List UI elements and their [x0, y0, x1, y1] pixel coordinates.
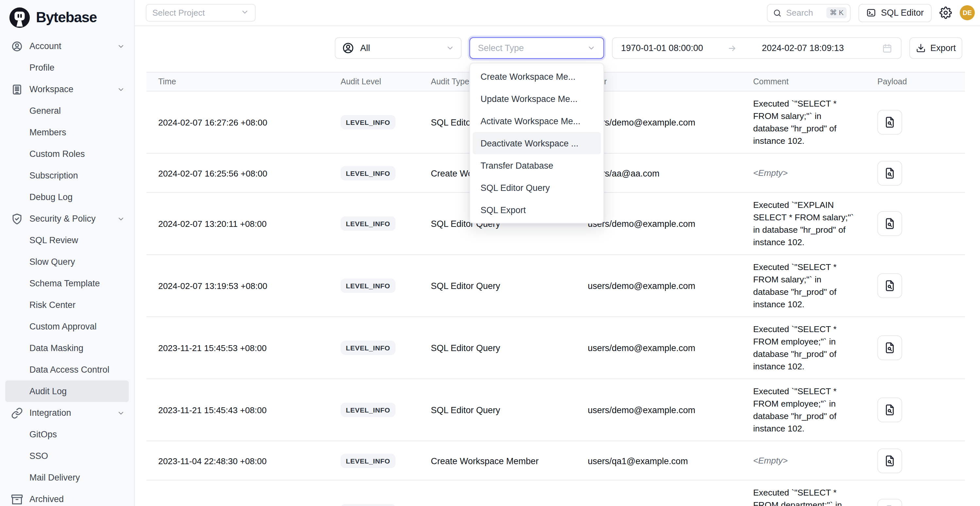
brand-name: Bytebase [36, 9, 97, 26]
sidebar-item-label: Profile [29, 63, 54, 73]
shield-check-icon [11, 213, 23, 224]
dropdown-option-deactivate-workspace[interactable]: Deactivate Workspace ... [473, 132, 601, 154]
user-circle-icon [11, 40, 23, 52]
sidebar-item-custom-roles[interactable]: Custom Roles [5, 143, 129, 165]
chevron-down-icon [446, 44, 454, 52]
sidebar-item-debug-log[interactable]: Debug Log [5, 186, 129, 208]
search-input[interactable]: Search ⌘ K [767, 3, 851, 22]
audit-comment: Executed `"EXPLAIN SELECT * FROM salary;… [753, 193, 859, 254]
dropdown-option-sql-editor-query[interactable]: SQL Editor Query [473, 177, 601, 199]
project-select[interactable]: Select Project [146, 4, 256, 22]
download-icon [916, 43, 926, 53]
dropdown-option-sql-export[interactable]: SQL Export [473, 199, 601, 221]
audit-level-badge: LEVEL_INFO [340, 278, 396, 293]
payload-view-button[interactable] [877, 273, 902, 298]
column-header-payload: Payload [877, 77, 965, 86]
payload-view-button[interactable] [877, 448, 902, 473]
sql-editor-button[interactable]: SQL Editor [859, 3, 932, 22]
archive-icon [11, 493, 23, 505]
sidebar-item-general[interactable]: General [5, 100, 129, 122]
topbar-right: Search ⌘ K SQL Editor DE [767, 3, 975, 22]
payload-view-button[interactable] [877, 110, 902, 135]
sidebar-item-audit-log[interactable]: Audit Log [5, 380, 129, 402]
calendar-icon [882, 43, 892, 53]
avatar[interactable]: DE [960, 5, 975, 20]
search-placeholder: Search [786, 8, 822, 18]
sidebar-item-schema-template[interactable]: Schema Template [5, 273, 129, 294]
sidebar-item-security-policy[interactable]: Security & Policy [5, 208, 129, 229]
sidebar-item-custom-approval[interactable]: Custom Approval [5, 316, 129, 337]
actor-filter-value: All [360, 43, 370, 53]
sidebar-item-gitops[interactable]: GitOps [5, 423, 129, 445]
payload-view-button[interactable] [877, 211, 902, 236]
audit-comment: Executed `"SELECT * FROM employee;"` in … [753, 317, 859, 379]
dropdown-option-create-workspace-me[interactable]: Create Workspace Me... [473, 65, 601, 88]
sidebar-item-label: Custom Roles [29, 149, 85, 159]
audit-level-badge: LEVEL_INFO [340, 341, 396, 355]
actor-filter-select[interactable]: All [335, 37, 461, 59]
sidebar-item-workspace[interactable]: Workspace [5, 78, 129, 100]
payload-view-button[interactable] [877, 398, 902, 422]
arrow-right-icon [728, 43, 737, 53]
sidebar-item-label: Integration [29, 408, 71, 418]
file-search-icon [884, 167, 896, 179]
sidebar-item-label: Members [29, 127, 66, 137]
payload-view-button[interactable] [877, 161, 902, 185]
payload-view-button[interactable] [877, 499, 902, 506]
sidebar-item-label: Workspace [29, 84, 73, 94]
export-label: Export [930, 43, 956, 53]
sidebar-item-label: SSO [29, 451, 48, 461]
gear-icon[interactable] [939, 6, 952, 19]
chevron-down-icon [587, 44, 596, 52]
table-row: 2023-11-04 22:48:30 +08:00LEVEL_INFOCrea… [146, 441, 965, 481]
audit-actor: users/qa1@example.com [588, 456, 688, 466]
export-button[interactable]: Export [909, 37, 963, 59]
bytebase-logo[interactable]: Bytebase [0, 0, 134, 30]
sidebar-item-label: Data Masking [29, 343, 83, 353]
column-header-time: Time [146, 77, 340, 86]
audit-level-badge: LEVEL_INFO [340, 216, 396, 231]
dropdown-option-activate-workspace-me[interactable]: Activate Workspace Me... [473, 110, 601, 132]
payload-view-button[interactable] [877, 336, 902, 360]
sidebar-item-profile[interactable]: Profile [5, 57, 129, 78]
chevron-down-icon [117, 409, 125, 417]
sidebar-item-slow-query[interactable]: Slow Query [5, 251, 129, 273]
sidebar-item-label: Custom Approval [29, 321, 97, 331]
sidebar-item-risk-center[interactable]: Risk Center [5, 294, 129, 316]
building-icon [11, 83, 23, 95]
project-select-placeholder: Select Project [152, 8, 240, 18]
sidebar-item-members[interactable]: Members [5, 122, 129, 143]
link-icon [11, 407, 23, 419]
sidebar-item-mail-delivery[interactable]: Mail Delivery [5, 467, 129, 488]
file-search-icon [884, 455, 896, 466]
sidebar-item-data-masking[interactable]: Data Masking [5, 337, 129, 359]
sidebar-item-label: Mail Delivery [29, 473, 80, 482]
table-row: 2023-11-21 15:45:43 +08:00LEVEL_INFOSQL … [146, 379, 965, 441]
sidebar-item-integration[interactable]: Integration [5, 402, 129, 423]
column-header-comment: Comment [753, 77, 877, 86]
audit-level-badge: LEVEL_INFO [340, 403, 396, 417]
audit-level-badge: LEVEL_INFO [340, 504, 396, 506]
type-filter-select[interactable]: Select Type [469, 37, 604, 59]
file-search-icon [884, 218, 896, 229]
sidebar-item-account[interactable]: Account [5, 35, 129, 57]
file-search-icon [884, 342, 896, 354]
sidebar-item-label: Audit Log [29, 387, 67, 396]
type-dropdown-menu: Create Workspace Me...Update Workspace M… [469, 63, 604, 224]
sidebar-item-data-access-control[interactable]: Data Access Control [5, 359, 129, 380]
dropdown-option-update-workspace-me[interactable]: Update Workspace Me... [473, 88, 601, 110]
sidebar-item-label: Debug Log [29, 192, 73, 202]
sidebar-item-subscription[interactable]: Subscription [5, 165, 129, 186]
dropdown-option-transfer-database[interactable]: Transfer Database [473, 154, 601, 177]
sidebar-item-sql-review[interactable]: SQL Review [5, 229, 129, 251]
audit-comment: Executed `"SELECT * FROM salary;"` in da… [753, 92, 859, 153]
sidebar-item-sso[interactable]: SSO [5, 445, 129, 467]
sidebar-item-archived[interactable]: Archived [5, 488, 129, 506]
table-row: 2023-11-21 15:45:53 +08:00LEVEL_INFOSQL … [146, 317, 965, 379]
date-range-picker[interactable]: 1970-01-01 08:00:00 2024-02-07 18:09:13 [612, 37, 902, 59]
audit-time: 2024-02-07 16:27:26 +08:00 [158, 118, 267, 127]
file-search-icon [884, 280, 896, 291]
column-header-actor: Actor [588, 77, 753, 86]
table-row: 2024-02-07 13:19:53 +08:00LEVEL_INFOSQL … [146, 255, 965, 317]
audit-actor: users/demo@example.com [588, 343, 695, 353]
